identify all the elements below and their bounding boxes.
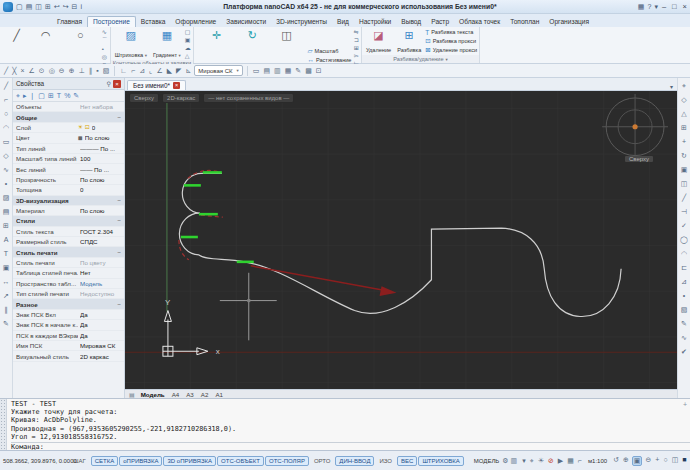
- snap-insert-icon[interactable]: ▪: [95, 67, 99, 75]
- region-icon[interactable]: ▤: [3, 206, 10, 218]
- polyline-icon[interactable]: ⌐: [4, 94, 8, 106]
- text-style-icon[interactable]: T: [57, 92, 61, 99]
- property-row[interactable]: Размерный стильСПДС: [13, 237, 124, 247]
- clip-icon[interactable]: ⊏: [681, 262, 687, 274]
- minimize-button[interactable]: –: [662, 2, 666, 11]
- spline-icon[interactable]: ⌒: [102, 36, 108, 45]
- erase-proxy-button[interactable]: ⊠Удаление прокси: [425, 46, 477, 54]
- ok-icon[interactable]: ✔: [681, 346, 687, 358]
- erase-button[interactable]: ◪ Удаление: [364, 28, 393, 54]
- ucs-view-icon[interactable]: ∠: [155, 67, 163, 75]
- ucs-world-icon[interactable]: ⊾: [184, 67, 192, 75]
- tab-vyvod[interactable]: Вывод: [396, 17, 426, 27]
- snap-perpendicular-icon[interactable]: ⊥: [78, 67, 86, 75]
- toggle-dyn-input[interactable]: ДИН-ВВОД: [335, 456, 374, 466]
- scale-button[interactable]: ▱Масштаб: [307, 47, 351, 55]
- spline-icon[interactable]: ∿: [3, 164, 9, 176]
- line-icon[interactable]: ╱: [4, 80, 8, 92]
- parallel-icon[interactable]: ∥: [4, 304, 8, 316]
- command-panel-grip[interactable]: [0, 399, 7, 450]
- arc2-icon[interactable]: ◠: [681, 248, 687, 260]
- text-icon[interactable]: A: [4, 234, 9, 246]
- layout-list-icon[interactable]: ▤: [129, 391, 135, 398]
- sheet-icon[interactable]: ▥: [511, 457, 518, 465]
- print-icon[interactable]: ⊟: [72, 3, 78, 11]
- viewport-two-icon[interactable]: ▤: [262, 67, 271, 75]
- selection-icon[interactable]: ⊡: [315, 67, 323, 75]
- property-row[interactable]: Таблица стилей печа...Нет: [13, 268, 124, 278]
- snap-x-icon[interactable]: ×: [19, 67, 25, 75]
- grid-icon[interactable]: ⊞: [681, 122, 687, 134]
- viewport-four-icon[interactable]: ▦: [284, 67, 293, 75]
- stretch-button[interactable]: ↔Растягивание: [307, 56, 351, 63]
- mtext-icon[interactable]: T: [4, 248, 8, 260]
- move-icon[interactable]: +: [682, 136, 686, 148]
- toggle-hatch[interactable]: ШТРИХОВКА: [418, 456, 463, 466]
- ucs-rotate-icon[interactable]: ⌐: [130, 67, 136, 75]
- offset-icon[interactable]: ⊐: [354, 36, 359, 43]
- toggle-3d-osnap[interactable]: 3D оПРИВЯЗКА: [163, 456, 216, 466]
- ucs-angle-icon[interactable]: ⊿: [138, 67, 146, 75]
- open-file-icon[interactable]: ▤: [26, 3, 33, 11]
- tab-oblaka-tochek[interactable]: Облака точек: [454, 17, 505, 27]
- copy-icon[interactable]: ◫: [681, 178, 688, 190]
- point-icon[interactable]: •: [5, 178, 7, 190]
- table2-icon[interactable]: ▦: [566, 457, 575, 465]
- close-tab-icon[interactable]: ×: [173, 82, 180, 89]
- angle-icon[interactable]: ⊿: [681, 276, 687, 288]
- visual-style-button[interactable]: 2D-каркас: [162, 93, 200, 103]
- array-icon[interactable]: ⊞: [354, 44, 359, 51]
- zoom-window-icon[interactable]: ▣: [632, 456, 643, 466]
- property-row[interactable]: 3D-визуализация−: [13, 196, 124, 206]
- ucs-face-icon[interactable]: ◣: [166, 67, 173, 75]
- ucs-dropdown[interactable]: Мировая СК▾: [194, 65, 243, 76]
- model-space-label[interactable]: МОДЕЛЬ: [474, 458, 499, 464]
- donut-icon[interactable]: ◎: [102, 53, 108, 60]
- property-row[interactable]: ОбъектыНет набора: [13, 102, 124, 112]
- leader-icon[interactable]: ↗: [3, 290, 9, 302]
- snap-parallel-icon[interactable]: ∥: [88, 67, 94, 75]
- tab-oformlenie[interactable]: Оформление: [170, 17, 221, 27]
- hatch-button[interactable]: ▨ Штриховка ▾: [113, 28, 149, 59]
- group-label-explode[interactable]: Разбивка/удаление▾: [362, 55, 479, 63]
- tracking-icon[interactable]: ⌖: [529, 457, 535, 465]
- tab-postroenie[interactable]: Построение: [87, 16, 136, 27]
- nanocad-logo-icon[interactable]: [3, 2, 13, 12]
- ucs-corner-icon[interactable]: ∟: [119, 67, 128, 75]
- document-tab[interactable]: Без имени0* ×: [127, 80, 186, 90]
- percent-icon[interactable]: %: [64, 92, 70, 99]
- mirror-icon[interactable]: ⇋: [354, 28, 359, 35]
- property-row[interactable]: Тип линий——— По ...: [13, 144, 124, 154]
- toggle-otrack-polar[interactable]: ОТС-ПОЛЯР: [265, 456, 309, 466]
- check-icon[interactable]: ✓: [681, 220, 687, 232]
- property-row[interactable]: Толщина0: [13, 185, 124, 195]
- trim-icon[interactable]: ✂: [354, 52, 359, 59]
- contour-icon[interactable]: ▣: [185, 36, 191, 43]
- explode-proxy-button[interactable]: ⊡Разбивка прокси: [425, 37, 477, 45]
- point-icon[interactable]: •: [102, 46, 108, 52]
- zoom-out-icon[interactable]: ⊖: [644, 456, 652, 466]
- tab-vstavka[interactable]: Вставка: [136, 17, 171, 27]
- pan-icon[interactable]: +: [654, 456, 660, 466]
- scale-indicator[interactable]: м1:100: [588, 458, 607, 464]
- toggle-otrack-object[interactable]: ОТС-ОБЪЕКТ: [217, 456, 264, 466]
- view-direction-button[interactable]: Сверху: [129, 93, 159, 103]
- cursor2-icon[interactable]: ▶: [557, 457, 564, 465]
- property-row[interactable]: Цвет◼По слою: [13, 133, 124, 143]
- layout-tab-a1[interactable]: А1: [215, 391, 223, 398]
- toggle-grid[interactable]: СЕТКА: [91, 456, 119, 466]
- select-target-icon[interactable]: ⌖: [16, 92, 20, 100]
- disable-icon[interactable]: ⊘: [547, 457, 555, 465]
- table-icon[interactable]: ⊞: [3, 220, 9, 232]
- zoom-in-icon[interactable]: ⊕: [622, 456, 630, 466]
- tab-organizatsiya[interactable]: Организация: [544, 17, 594, 27]
- layout-tab-a4[interactable]: А4: [172, 391, 180, 398]
- snap-nearest-icon[interactable]: ▧: [102, 67, 111, 75]
- cursor-icon[interactable]: ▸: [23, 92, 27, 100]
- toggle-osnap[interactable]: оПРИВЯЗКА: [119, 456, 162, 466]
- tab-topoplan[interactable]: Топоплан: [505, 17, 544, 27]
- property-row[interactable]: Разное−: [13, 299, 124, 309]
- toggle-iso[interactable]: ИЗО: [375, 456, 396, 466]
- layout-tab-a2[interactable]: А2: [201, 391, 209, 398]
- property-row[interactable]: Стиль печатиПо цвету: [13, 258, 124, 268]
